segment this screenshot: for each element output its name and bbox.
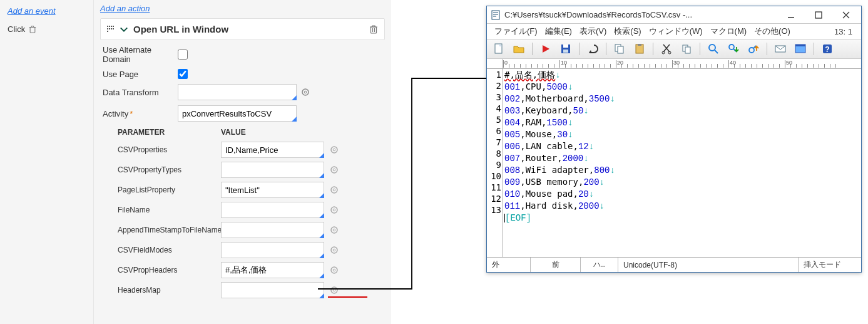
gear-icon[interactable] bbox=[329, 205, 339, 215]
input-activity[interactable] bbox=[178, 105, 297, 122]
chevron-down-icon[interactable] bbox=[120, 26, 128, 33]
search-down-icon[interactable] bbox=[725, 41, 742, 57]
add-action-link[interactable]: Add an action bbox=[100, 4, 385, 13]
window-title: C:¥Users¥tsuck¥Downloads¥RecordsToCSV.cs… bbox=[504, 10, 777, 19]
status-insert-mode: 挿入モード bbox=[799, 258, 861, 272]
checkbox-use-alt-domain[interactable] bbox=[178, 50, 188, 60]
status-cell-3: ハ.. bbox=[581, 258, 618, 272]
menu-macro[interactable]: マクロ(M) bbox=[708, 26, 750, 37]
svg-rect-25 bbox=[563, 50, 568, 53]
row-data-transform: Data Transform bbox=[100, 84, 385, 100]
menu-window[interactable]: ウィンドウ(W) bbox=[646, 26, 705, 37]
param-value-input[interactable] bbox=[221, 242, 324, 258]
mail-icon[interactable] bbox=[772, 41, 789, 57]
gear-icon[interactable] bbox=[329, 145, 339, 155]
status-cell-1: 外 bbox=[487, 258, 531, 272]
trash-icon[interactable] bbox=[29, 25, 36, 34]
editor-menubar: ファイル(F) 編集(E) 表示(V) 検索(S) ウィンドウ(W) マクロ(M… bbox=[487, 24, 861, 39]
editor-line: 003,Keyboard,50↓ bbox=[504, 105, 861, 117]
gear-icon[interactable] bbox=[300, 87, 310, 97]
svg-point-8 bbox=[331, 187, 337, 193]
browser-icon[interactable] bbox=[792, 41, 809, 57]
gear-icon[interactable] bbox=[329, 165, 339, 175]
input-data-transform[interactable] bbox=[178, 84, 297, 100]
close-button[interactable] bbox=[832, 6, 860, 24]
status-cell-2: 前 bbox=[531, 258, 581, 272]
click-event-label: Click bbox=[8, 24, 25, 34]
line-number-gutter: 12345678910111213 bbox=[487, 69, 503, 257]
cursor-position: 13: 1 bbox=[834, 27, 856, 36]
svg-point-17 bbox=[333, 269, 335, 271]
row-activity: Activity bbox=[100, 105, 385, 122]
new-file-icon[interactable] bbox=[491, 41, 507, 57]
param-value-input[interactable] bbox=[221, 202, 324, 218]
editor-line: 007,Router,2000↓ bbox=[504, 152, 861, 164]
undo-icon[interactable] bbox=[585, 41, 601, 57]
click-event-row[interactable]: Click bbox=[8, 24, 86, 34]
param-value-input[interactable] bbox=[221, 182, 324, 198]
menu-file[interactable]: ファイル(F) bbox=[492, 26, 540, 37]
svg-rect-29 bbox=[638, 44, 641, 46]
menu-search[interactable]: 検索(S) bbox=[611, 26, 643, 37]
editor-text[interactable]: #,品名,価格↓001,CPU,5000↓002,Motherboard,350… bbox=[503, 69, 861, 257]
param-value-input[interactable] bbox=[221, 142, 324, 158]
pega-panel: Add an event Click Add an action Open UR… bbox=[0, 0, 391, 324]
ruler: 01020304050 bbox=[503, 59, 861, 69]
param-name: CSVPropHeaders bbox=[118, 266, 221, 274]
open-folder-icon[interactable] bbox=[511, 41, 527, 57]
menu-edit[interactable]: 編集(E) bbox=[543, 26, 574, 37]
svg-point-19 bbox=[333, 289, 335, 291]
action-form: Add an action Open URL in Window Use Alt… bbox=[94, 0, 391, 324]
action-title: Open URL in Window bbox=[133, 24, 369, 34]
copy-selection-icon[interactable] bbox=[678, 41, 695, 57]
menu-other[interactable]: その他(O) bbox=[752, 26, 793, 37]
svg-point-13 bbox=[333, 229, 335, 231]
param-name: AppendTimeStampToFileName bbox=[118, 226, 221, 234]
param-value-input[interactable] bbox=[221, 262, 324, 278]
editor-line: 004,RAM,1500↓ bbox=[504, 117, 861, 128]
cut-icon[interactable] bbox=[658, 41, 675, 57]
param-name: HeadersMap bbox=[118, 286, 221, 295]
save-icon[interactable] bbox=[558, 41, 574, 57]
svg-rect-24 bbox=[563, 44, 568, 48]
gear-icon[interactable] bbox=[329, 225, 339, 235]
svg-text:?: ? bbox=[825, 45, 829, 54]
param-value-input[interactable] bbox=[221, 282, 324, 298]
gear-icon[interactable] bbox=[329, 265, 339, 275]
search-up-icon[interactable] bbox=[745, 41, 762, 57]
search-icon[interactable] bbox=[705, 41, 722, 57]
param-name: FileName bbox=[118, 206, 221, 214]
editor-line: #,品名,価格↓ bbox=[504, 69, 861, 81]
maximize-button[interactable] bbox=[805, 6, 832, 24]
svg-rect-33 bbox=[685, 47, 690, 53]
menu-view[interactable]: 表示(V) bbox=[577, 26, 609, 37]
copy-icon[interactable] bbox=[611, 41, 628, 57]
gear-icon[interactable] bbox=[329, 185, 339, 195]
param-value-input[interactable] bbox=[221, 222, 324, 238]
events-sidebar: Add an event Click bbox=[0, 0, 94, 324]
app-icon bbox=[491, 10, 501, 20]
paste-icon[interactable] bbox=[631, 41, 648, 57]
checkbox-use-page[interactable] bbox=[178, 69, 188, 79]
param-row: CSVPropertyTypes bbox=[100, 162, 385, 178]
action-header: Open URL in Window bbox=[100, 18, 385, 40]
editor-line: 011,Hard disk,2000↓ bbox=[504, 200, 861, 212]
gear-icon[interactable] bbox=[329, 285, 339, 295]
param-row: CSVProperties bbox=[100, 142, 385, 158]
param-value-input[interactable] bbox=[221, 162, 324, 178]
drag-handle-icon[interactable] bbox=[107, 26, 115, 33]
row-use-alt-domain: Use Alternate Domain bbox=[100, 45, 385, 64]
minimize-button[interactable] bbox=[777, 6, 805, 24]
param-row: CSVFieldModes bbox=[100, 242, 385, 258]
params-header: PARAMETER VALUE bbox=[100, 128, 385, 137]
editor-body: 12345678910111213 #,品名,価格↓001,CPU,5000↓0… bbox=[487, 69, 861, 257]
svg-point-14 bbox=[331, 247, 337, 253]
trash-icon[interactable] bbox=[369, 24, 378, 34]
param-row: FileName bbox=[100, 202, 385, 218]
record-play-icon[interactable] bbox=[538, 41, 554, 57]
add-event-link[interactable]: Add an event bbox=[8, 6, 86, 16]
help-icon[interactable]: ? bbox=[819, 41, 835, 57]
svg-rect-1 bbox=[371, 27, 377, 33]
gear-icon[interactable] bbox=[329, 245, 339, 255]
editor-window: C:¥Users¥tsuck¥Downloads¥RecordsToCSV.cs… bbox=[486, 6, 862, 273]
